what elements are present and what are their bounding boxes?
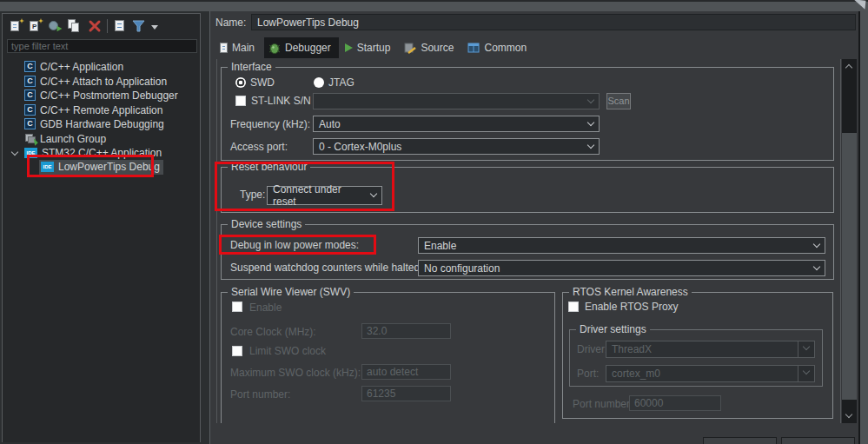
tab-label: Common — [484, 42, 527, 54]
new-launch-configuration-button[interactable] — [8, 17, 25, 35]
tab-startup[interactable]: Startup — [341, 37, 399, 58]
new-badge-icon — [38, 18, 43, 23]
stlink-sn-combo — [313, 93, 600, 109]
tree-item-launch-group[interactable]: Launch Group — [3, 131, 200, 146]
annotation-box-tree-item — [27, 155, 154, 177]
annotation-box-reset-behaviour — [215, 162, 394, 211]
swv-group: Serial Wire Viewer (SWV) Enable Core Clo… — [221, 292, 555, 423]
filter-button[interactable] — [130, 17, 148, 35]
frequency-label: Frequency (kHz): — [230, 118, 310, 130]
chevron-down-icon — [587, 141, 594, 148]
chevron-down-icon — [813, 262, 820, 269]
tab-debugger[interactable]: Debugger — [264, 37, 339, 58]
dialog-bottom-bar — [210, 423, 858, 444]
export-arrow-icon — [57, 26, 63, 32]
document-icon — [220, 43, 228, 53]
tree-item-cpp-application[interactable]: C C/C++ Application — [3, 59, 200, 74]
chevron-down-icon — [803, 368, 810, 374]
scan-button-label: Scan — [607, 96, 629, 106]
rtos-port-number-label: Port number: — [573, 398, 633, 410]
config-tabs: Main Debugger Startup — [215, 37, 534, 58]
max-swo-label: Maximum SWO clock (kHz): — [230, 367, 361, 379]
limit-swo-checkbox — [232, 346, 242, 356]
low-power-combo[interactable]: Enable — [418, 237, 825, 254]
watchdog-combo[interactable]: No configuration — [418, 260, 825, 276]
chevron-down-icon — [151, 25, 158, 30]
collapse-all-icon — [115, 20, 124, 31]
rtos-group: RTOS Kernel Awareness Enable RTOS Proxy … — [562, 292, 833, 419]
rtos-proxy-checkbox[interactable] — [568, 302, 579, 312]
rtos-proxy-label: Enable RTOS Proxy — [585, 301, 679, 313]
delete-icon — [86, 17, 103, 35]
vertical-scrollbar[interactable] — [842, 59, 857, 423]
duplicate-launch-config-button[interactable] — [66, 17, 83, 35]
debug-configurations-window: P — [0, 0, 868, 444]
apply-button-partial[interactable] — [781, 437, 855, 444]
revert-button-partial[interactable] — [703, 437, 777, 444]
chevron-down-icon — [587, 118, 594, 125]
combo-chevron-box — [798, 341, 814, 357]
rtos-port-combo: cortex_m0 — [606, 365, 815, 382]
combo-value: ThreadX — [612, 343, 652, 355]
scroll-down-icon[interactable] — [845, 411, 852, 418]
filter-funnel-icon — [130, 17, 148, 35]
launch-group-icon — [24, 133, 36, 144]
delete-launch-config-button[interactable] — [86, 17, 103, 35]
core-clock-label: Core Clock (MHz): — [230, 326, 316, 338]
combo-value: Auto — [319, 118, 341, 130]
tree-item-label: C/C++ Postmortem Debugger — [40, 89, 178, 102]
launch-config-sidebar: P — [2, 13, 201, 442]
toolbar-menu-button[interactable] — [149, 17, 159, 35]
swv-port-field — [361, 386, 451, 401]
window-right-edge — [858, 11, 868, 444]
prototype-letter: P — [32, 23, 36, 30]
watchdog-label: Suspend watchdog counters while halted: — [230, 262, 422, 274]
stlink-sn-checkbox[interactable] — [235, 96, 246, 106]
tree-item-label: C/C++ Remote Application — [40, 104, 162, 116]
group-title: Interface — [228, 61, 275, 73]
tree-item-gdb-hardware[interactable]: C GDB Hardware Debugging — [3, 116, 200, 131]
frequency-combo[interactable]: Auto — [313, 116, 600, 132]
filter-input[interactable] — [7, 39, 197, 53]
jtag-label: JTAG — [328, 76, 354, 89]
chevron-down-icon — [803, 343, 810, 350]
c-application-icon: C — [24, 118, 36, 129]
group-title: Device settings — [228, 218, 305, 230]
tab-label: Debugger — [285, 42, 331, 54]
c-application-icon: C — [24, 61, 36, 72]
duplicate-icon — [71, 23, 79, 32]
scroll-up-icon[interactable] — [845, 64, 852, 71]
tab-label: Main — [232, 42, 255, 54]
toolbar-separator — [107, 19, 108, 33]
driver-settings-group: Driver settings Driver: ThreadX Port: co… — [569, 329, 823, 387]
tree-item-cpp-attach[interactable]: C C/C++ Attach to Application — [3, 74, 200, 89]
expand-chevron-icon[interactable] — [11, 149, 18, 156]
export-launch-config-button[interactable] — [46, 17, 63, 35]
launch-config-editor: Name: Main Debugger — [209, 11, 858, 444]
collapse-all-button[interactable] — [111, 17, 129, 35]
scrollbar-thumb[interactable] — [842, 133, 857, 400]
source-icon — [404, 43, 416, 54]
table-icon — [467, 43, 480, 53]
tab-common[interactable]: Common — [463, 37, 534, 58]
driver-label: Driver: — [577, 343, 607, 355]
jtag-radio[interactable] — [314, 77, 324, 88]
stlink-sn-label: ST-LINK S/N — [251, 95, 311, 107]
new-prototype-icon: P — [30, 21, 38, 31]
core-clock-field — [361, 323, 451, 339]
access-port-combo[interactable]: 0 - Cortex-M0plus — [313, 138, 600, 155]
chevron-down-icon — [813, 240, 820, 247]
play-icon — [345, 43, 353, 52]
tab-main[interactable]: Main — [215, 37, 262, 58]
tree-item-label: Launch Group — [40, 133, 106, 145]
name-label: Name: — [215, 17, 246, 29]
tree-item-cpp-postmortem[interactable]: C C/C++ Postmortem Debugger — [3, 88, 200, 103]
new-prototype-button[interactable]: P — [27, 17, 44, 35]
tree-item-cpp-remote[interactable]: C C/C++ Remote Application — [3, 103, 200, 117]
tab-source[interactable]: Source — [400, 37, 461, 58]
name-input[interactable] — [251, 14, 856, 30]
group-title: RTOS Kernel Awareness — [569, 286, 692, 298]
launch-config-tree: C C/C++ Application C C/C++ Attach to Ap… — [3, 56, 200, 439]
swd-radio[interactable] — [235, 77, 246, 88]
driver-combo: ThreadX — [606, 341, 815, 358]
